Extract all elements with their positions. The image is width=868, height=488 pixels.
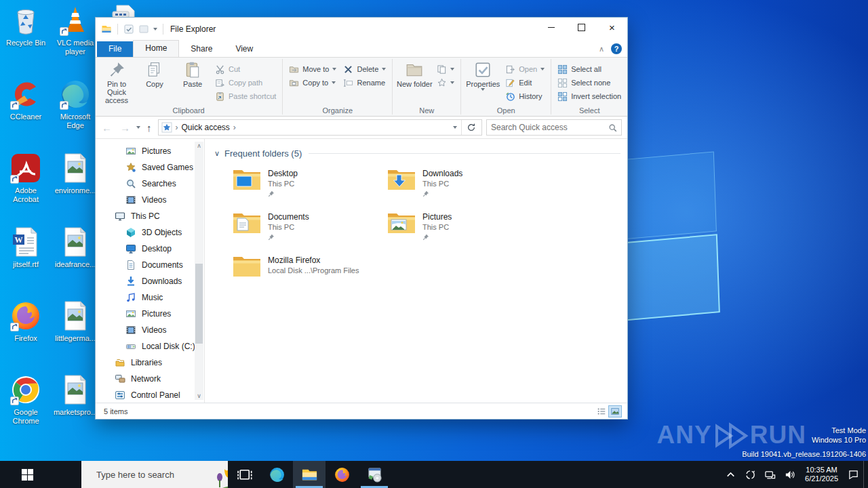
forward-button[interactable]: → xyxy=(118,122,132,134)
task-view-button[interactable] xyxy=(228,461,260,488)
easy-access-button[interactable] xyxy=(435,76,456,89)
pin-to-quick-access-button[interactable]: Pin to Quick access xyxy=(98,60,136,106)
new-folder-button[interactable]: New folder xyxy=(395,60,433,89)
collapse-ribbon-icon[interactable]: ∧ xyxy=(599,45,604,54)
clock[interactable]: 10:35 AM 6/21/2025 xyxy=(800,466,844,483)
tray-overflow-icon[interactable] xyxy=(721,469,741,481)
paste-button[interactable]: Paste xyxy=(174,60,212,89)
sidebar-item-3d-objects[interactable]: 3D Objects xyxy=(96,224,204,241)
select-all-button[interactable]: Select all xyxy=(555,62,623,76)
sidebar-item-pictures[interactable]: Pictures xyxy=(96,306,204,322)
move-to-button[interactable]: Move to xyxy=(287,62,338,76)
help-icon[interactable]: ? xyxy=(611,43,622,54)
edit-button[interactable]: Edit xyxy=(503,76,547,89)
copy-to-button[interactable]: Copy to xyxy=(287,76,338,89)
sidebar-item-network[interactable]: Network xyxy=(96,371,204,387)
sidebar-item-pictures[interactable]: Pictures xyxy=(96,143,204,159)
search-highlight-tulips-icon[interactable] xyxy=(216,462,228,488)
sidebar-item-searches[interactable]: Searches xyxy=(96,176,204,192)
properties-button[interactable]: Properties xyxy=(464,60,502,92)
sidebar-item-control-panel[interactable]: Control Panel xyxy=(96,387,204,403)
up-button[interactable]: ↑ xyxy=(144,122,154,134)
desktop-icon-recycle-bin[interactable]: Recycle Bin xyxy=(2,4,50,47)
taskbar-file-explorer-button[interactable] xyxy=(293,461,326,488)
folder-tile-desktop[interactable]: Desktop This PC xyxy=(232,168,387,211)
action-center-icon[interactable] xyxy=(844,469,863,481)
desktop-icon-google-chrome[interactable]: Google Chrome xyxy=(2,373,50,426)
properties-qat-icon[interactable] xyxy=(123,24,134,35)
open-button[interactable]: Open xyxy=(503,62,547,76)
back-button[interactable]: ← xyxy=(100,122,114,134)
invert-selection-button[interactable]: Invert selection xyxy=(555,89,623,103)
scrollbar-thumb[interactable] xyxy=(195,264,203,344)
cut-button[interactable]: Cut xyxy=(213,62,278,76)
desktop-icon-jitself-rtf[interactable]: Wjitself.rtf xyxy=(2,226,50,269)
sidebar-item-videos[interactable]: Videos xyxy=(96,322,204,338)
start-button[interactable] xyxy=(0,461,54,488)
new-folder-qat-icon[interactable] xyxy=(138,24,149,35)
desktop-icon-adobe-acrobat[interactable]: Adobe Acrobat xyxy=(2,152,50,204)
show-desktop-button[interactable] xyxy=(863,461,868,488)
details-view-button[interactable] xyxy=(595,405,608,418)
desktop-icon-microsoft-edge[interactable]: Microsoft Edge xyxy=(52,78,99,130)
desktop-icon-marketspro[interactable]: marketspro... xyxy=(52,373,99,417)
collapse-section-icon[interactable]: ∨ xyxy=(214,149,220,158)
tray-agent-icon[interactable] xyxy=(741,469,760,481)
breadcrumb[interactable]: › Quick access › xyxy=(158,119,483,136)
recent-locations-icon[interactable] xyxy=(136,126,140,129)
volume-icon[interactable] xyxy=(780,469,800,481)
paste-shortcut-button[interactable]: Paste shortcut xyxy=(213,89,278,103)
taskbar-search-input[interactable] xyxy=(96,470,216,480)
rename-button[interactable]: Rename xyxy=(341,76,388,89)
explorer-search[interactable] xyxy=(486,119,622,136)
refresh-icon[interactable] xyxy=(461,120,479,135)
frequent-folders-header[interactable]: ∨ Frequent folders (5) xyxy=(214,148,620,159)
sidebar-item-this-pc[interactable]: This PC xyxy=(96,208,204,224)
address-dropdown-icon[interactable] xyxy=(453,126,457,129)
taskbar-search[interactable] xyxy=(81,461,228,488)
sidebar-item-videos[interactable]: Videos xyxy=(96,192,204,208)
close-button[interactable]: × xyxy=(597,18,627,37)
sidebar-item-desktop[interactable]: Desktop xyxy=(96,241,204,257)
scroll-up-icon[interactable]: ∧ xyxy=(195,142,203,150)
scroll-down-icon[interactable]: ∨ xyxy=(195,392,203,400)
large-icons-view-button[interactable] xyxy=(608,405,622,418)
sidebar-item-documents[interactable]: Documents xyxy=(96,257,204,273)
taskbar-edge-button[interactable] xyxy=(260,461,293,488)
sidebar-item-local-disk-c[interactable]: Local Disk (C:) xyxy=(96,338,204,354)
history-button[interactable]: History xyxy=(503,89,547,103)
minimize-button[interactable] xyxy=(536,18,566,37)
folder-tile-mozilla-firefox[interactable]: Mozilla Firefox Local Disk ...\Program F… xyxy=(232,255,387,298)
desktop-icon-vlc-media-player[interactable]: VLC media player xyxy=(52,4,99,56)
taskbar-installer-button[interactable] xyxy=(358,461,391,488)
sidebar-item-libraries[interactable]: Libraries xyxy=(96,354,204,371)
new-item-button[interactable] xyxy=(435,62,456,76)
maximize-button[interactable] xyxy=(566,18,597,37)
sidebar-item-downloads[interactable]: Downloads xyxy=(96,273,204,289)
tab-share[interactable]: Share xyxy=(179,41,224,57)
sidebar-item-music[interactable]: Music xyxy=(96,289,204,306)
copy-path-button[interactable]: Copy path xyxy=(213,76,278,89)
tab-home[interactable]: Home xyxy=(133,40,179,57)
network-icon[interactable] xyxy=(760,469,780,481)
delete-button[interactable]: Delete xyxy=(341,62,388,76)
search-input[interactable] xyxy=(491,123,608,132)
desktop-icon-ccleaner[interactable]: CCleaner xyxy=(2,78,50,121)
desktop-icon-ideafrance[interactable]: ideafrance... xyxy=(52,226,99,269)
select-none-button[interactable]: Select none xyxy=(555,76,623,89)
sidebar-item-saved-games[interactable]: Saved Games xyxy=(96,159,204,176)
tab-view[interactable]: View xyxy=(224,41,264,57)
obscured-desktop-icon[interactable] xyxy=(110,0,141,17)
folder-tile-downloads[interactable]: Downloads This PC xyxy=(387,168,541,211)
folder-tile-documents[interactable]: Documents This PC xyxy=(232,211,387,255)
desktop-icon-environme[interactable]: environme... xyxy=(52,152,99,195)
tab-file[interactable]: File xyxy=(97,41,133,57)
copy-button[interactable]: Copy xyxy=(136,60,174,89)
taskbar-firefox-button[interactable] xyxy=(326,461,358,488)
desktop-icon-littlegerma[interactable]: littlegerma... xyxy=(52,300,99,343)
sidebar-scrollbar[interactable]: ∧ ∨ xyxy=(195,142,203,400)
desktop-icon-firefox[interactable]: Firefox xyxy=(2,300,50,343)
breadcrumb-location[interactable]: Quick access xyxy=(182,123,230,132)
customize-qat-icon[interactable] xyxy=(153,28,157,30)
folder-tile-pictures[interactable]: Pictures This PC xyxy=(387,211,541,255)
